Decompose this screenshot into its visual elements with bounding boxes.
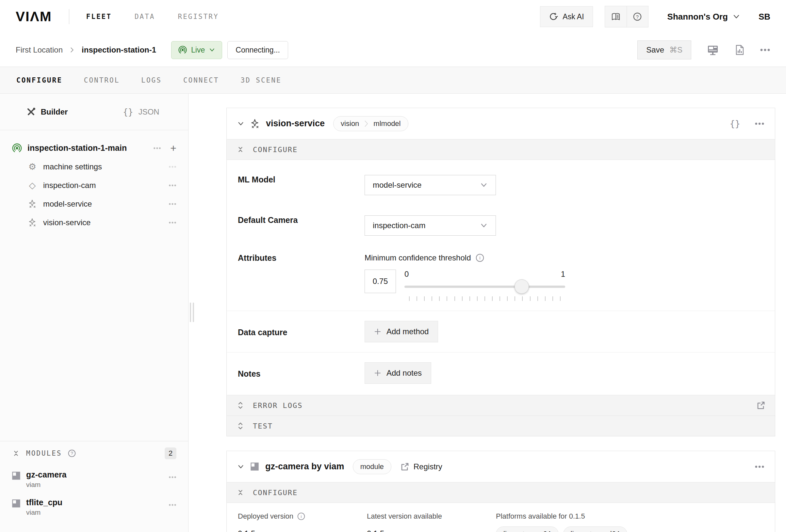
expand-icon — [236, 422, 245, 430]
info-icon[interactable]: i — [476, 253, 484, 262]
live-status-dropdown[interactable]: Live — [171, 41, 222, 59]
field-label: Notes — [238, 368, 365, 379]
pill-divider-icon — [364, 119, 369, 128]
slider-ticks — [409, 296, 561, 301]
more-options-icon[interactable] — [755, 465, 764, 468]
plus-icon — [374, 328, 381, 335]
collapse-icon — [12, 449, 20, 458]
org-switcher[interactable]: Shannon's Org — [667, 12, 740, 22]
json-mode-button[interactable]: {} JSON — [94, 94, 188, 130]
service-sparkle-icon — [27, 199, 38, 208]
tab-logs[interactable]: LOGS — [141, 76, 162, 84]
data-capture-field: Data capture Add method — [227, 311, 775, 352]
nav-data[interactable]: DATA — [135, 13, 155, 21]
error-logs-section-bar[interactable]: ERROR LOGS — [227, 395, 775, 415]
svg-text:i: i — [479, 255, 480, 261]
tab-connect[interactable]: CONNECT — [183, 76, 219, 84]
test-section-bar[interactable]: TEST — [227, 415, 775, 436]
tree-item-inspection-cam[interactable]: ◇ inspection-cam — [0, 176, 188, 195]
more-options-icon[interactable] — [168, 184, 177, 187]
breadcrumb-chevron-icon — [69, 46, 76, 53]
platform-pill-linux-arm64: linux arm64 — [496, 527, 559, 532]
collapse-chevron-icon[interactable] — [237, 120, 245, 127]
tab-3d-scene[interactable]: 3D SCENE — [240, 76, 281, 84]
org-name: Shannon's Org — [667, 12, 728, 22]
service-sparkle-icon — [27, 218, 38, 227]
help-circle-icon: ? — [68, 450, 76, 457]
tab-configure[interactable]: CONFIGURE — [16, 76, 62, 84]
tree-item-machine-settings[interactable]: ⚙ machine settings — [0, 157, 188, 176]
vision-service-card: vision-service vision mlmodel {} CONFIGU… — [226, 108, 775, 436]
card-title: vision-service — [266, 119, 325, 128]
avatar[interactable]: SB — [759, 12, 770, 22]
machine-bar: First Location inspection-station-1 Live… — [0, 33, 786, 67]
tree-root-machine-part[interactable]: inspection-station-1-main + — [0, 139, 188, 157]
gz-camera-module-card: gz-camera by viam module Registry CONFIG… — [226, 451, 775, 532]
field-label: Attributes — [238, 253, 365, 301]
threshold-slider: 0 1 — [404, 270, 565, 301]
configure-section-bar[interactable]: CONFIGURE — [227, 139, 775, 160]
more-options-icon[interactable] — [168, 504, 177, 506]
ask-ai-button[interactable]: Ask AI — [540, 6, 593, 27]
builder-json-toggle: Builder {} JSON — [0, 94, 188, 130]
breadcrumb-location[interactable]: First Location — [16, 45, 63, 54]
add-component-icon[interactable]: + — [170, 143, 177, 153]
threshold-input[interactable] — [365, 270, 396, 293]
connecting-button[interactable]: Connecting... — [227, 41, 288, 59]
info-icon[interactable]: i — [297, 512, 305, 520]
chevron-down-icon — [480, 181, 488, 189]
save-button[interactable]: Save ⌘S — [638, 41, 691, 59]
add-method-button[interactable]: Add method — [365, 321, 438, 342]
top-header: VIΛM FLEET DATA REGISTRY Ask AI ? Shanno… — [0, 0, 786, 33]
config-main-panel: vision-service vision mlmodel {} CONFIGU… — [188, 94, 786, 532]
docs-button[interactable] — [605, 6, 627, 27]
add-notes-button[interactable]: Add notes — [365, 362, 431, 384]
nav-registry[interactable]: REGISTRY — [178, 13, 218, 21]
more-options-icon[interactable] — [760, 48, 770, 52]
slider-track[interactable] — [404, 286, 565, 288]
builder-mode-button[interactable]: Builder — [0, 94, 94, 130]
more-options-icon[interactable] — [168, 203, 177, 205]
sidebar-resize-handle[interactable] — [190, 303, 194, 322]
module-type-pill: module — [353, 459, 391, 474]
modules-section-header[interactable]: MODULES ? 2 — [0, 441, 188, 465]
vision-service-card-header: vision-service vision mlmodel {} — [227, 108, 775, 139]
tree-item-model-service[interactable]: model-service — [0, 195, 188, 213]
field-label: ML Model — [238, 175, 365, 195]
svg-text:i: i — [301, 514, 302, 519]
logs-file-icon[interactable] — [734, 45, 744, 55]
gear-icon: ⚙ — [27, 162, 38, 172]
json-view-icon[interactable]: {} — [730, 119, 740, 128]
control-monitor-icon[interactable] — [707, 44, 719, 55]
ml-model-select[interactable]: model-service — [365, 175, 496, 195]
registry-link[interactable]: Registry — [400, 462, 442, 471]
config-sidebar: Builder {} JSON inspection-station-1-mai… — [0, 94, 188, 532]
slider-handle[interactable] — [514, 280, 529, 294]
module-list-item-gz-camera[interactable]: gz-camera viam — [0, 465, 188, 493]
more-options-icon[interactable] — [168, 166, 177, 168]
pill-divider-icon — [522, 530, 527, 532]
chevron-down-icon — [209, 47, 215, 53]
platform-pill-linux-amd64: linux amd64 — [563, 527, 628, 532]
nav-fleet[interactable]: FLEET — [86, 13, 112, 21]
plus-icon — [374, 369, 381, 377]
connecting-label: Connecting... — [235, 46, 280, 54]
more-options-icon[interactable] — [168, 221, 177, 224]
chevron-down-icon — [480, 222, 488, 229]
configure-section-bar[interactable]: CONFIGURE — [227, 482, 775, 503]
open-logs-external-icon[interactable] — [757, 401, 765, 410]
external-link-icon — [400, 462, 409, 471]
braces-icon: {} — [123, 107, 133, 117]
collapse-chevron-icon[interactable] — [237, 463, 245, 470]
tab-control[interactable]: CONTROL — [84, 76, 120, 84]
default-camera-select[interactable]: inspection-cam — [365, 215, 496, 236]
module-list-item-tflite-cpu[interactable]: tflite_cpu viam — [0, 493, 188, 521]
more-options-icon[interactable] — [168, 476, 177, 479]
broadcast-icon — [12, 143, 22, 153]
help-button[interactable]: ? — [627, 6, 648, 27]
broadcast-icon — [178, 45, 187, 54]
more-options-icon[interactable] — [153, 147, 161, 149]
tree-item-vision-service[interactable]: vision-service — [0, 213, 188, 232]
more-options-icon[interactable] — [755, 122, 764, 125]
module-icon — [12, 499, 21, 508]
